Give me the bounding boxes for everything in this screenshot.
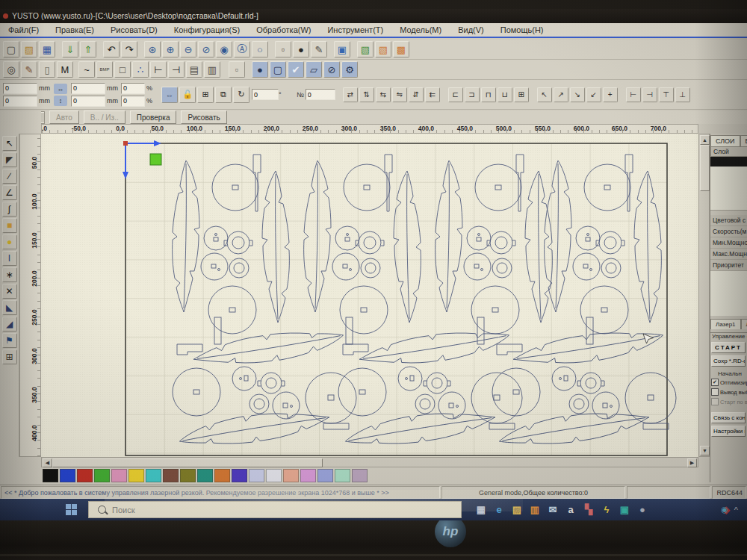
output-select-icon[interactable]: ▧ bbox=[375, 41, 391, 57]
tray-chevron-icon[interactable]: ^ bbox=[734, 505, 738, 514]
palette-swatch-salmon[interactable] bbox=[283, 469, 299, 482]
rotate-angle-icon[interactable]: ↻ bbox=[233, 87, 249, 103]
mirror-horizontal-icon[interactable]: ⇄ bbox=[343, 87, 358, 102]
copy-offset-icon[interactable]: ⧉ bbox=[215, 87, 232, 103]
mirror-horizontal-tool-icon[interactable]: ◢ bbox=[2, 317, 17, 332]
scroll-down-icon[interactable]: ▼ bbox=[700, 446, 710, 455]
select-tool-icon[interactable]: ↖ bbox=[2, 136, 17, 151]
save-icon[interactable]: ▦ bbox=[39, 41, 55, 57]
text-tool-icon[interactable]: I bbox=[2, 251, 17, 266]
settings-gear-icon[interactable]: ⚙ bbox=[341, 61, 358, 78]
amazon-icon[interactable]: a bbox=[562, 501, 580, 519]
tab-layers[interactable]: СЛОИ bbox=[710, 135, 740, 146]
align-right-icon[interactable]: ⊣ bbox=[642, 87, 657, 102]
align-left-icon[interactable]: ⊢ bbox=[626, 87, 641, 102]
new-file-icon[interactable]: ▢ bbox=[3, 41, 19, 57]
import-image-icon[interactable]: ⇓ bbox=[62, 41, 78, 57]
flip-icon[interactable]: ⇵ bbox=[409, 87, 424, 102]
optimize-checkbox[interactable]: ✔ bbox=[711, 379, 719, 386]
palette-swatch-periwinkle[interactable] bbox=[317, 469, 333, 482]
palette-swatch-indigo[interactable] bbox=[232, 469, 247, 482]
output-all-icon[interactable]: ▩ bbox=[393, 41, 409, 57]
palette-swatch-orchid[interactable] bbox=[300, 469, 316, 482]
mirror-vertical-tool-icon[interactable]: ◣ bbox=[2, 300, 17, 315]
palette-swatch-olive[interactable] bbox=[180, 469, 196, 482]
width-field[interactable] bbox=[71, 83, 105, 94]
save-rd-file-button[interactable]: Сохр *.RD-фай bbox=[711, 355, 746, 367]
skew-icon[interactable]: ▱ bbox=[306, 61, 322, 78]
menu-item[interactable]: Вид(V) bbox=[450, 25, 492, 34]
output-selected-checkbox[interactable] bbox=[711, 388, 719, 396]
task-view-icon[interactable]: ▦ bbox=[472, 501, 490, 519]
number-field[interactable] bbox=[306, 89, 335, 100]
file-explorer-icon[interactable]: ▨ bbox=[508, 501, 526, 519]
palette-swatch-blue[interactable] bbox=[60, 469, 75, 482]
tab-laser1[interactable]: Лазер1 bbox=[710, 319, 741, 329]
layer-row-selected[interactable] bbox=[710, 157, 747, 167]
vertical-scroll-thumb[interactable] bbox=[700, 145, 710, 191]
h-distance-icon[interactable]: ⊢ bbox=[150, 61, 167, 78]
in-out-button[interactable]: В.. / Из.. bbox=[84, 111, 125, 124]
vertical-scrollbar[interactable]: ▲ ▼ bbox=[698, 134, 710, 457]
menu-item[interactable]: Обработка(W) bbox=[248, 25, 319, 34]
zoom-in-icon[interactable]: ⊕ bbox=[162, 41, 179, 57]
palette-swatch-orange[interactable] bbox=[214, 469, 230, 482]
link-wh-icon[interactable]: ⇔ bbox=[161, 87, 178, 103]
space-equal-icon[interactable]: ⊔ bbox=[498, 87, 512, 102]
v-distance-icon[interactable]: ⊣ bbox=[168, 61, 185, 78]
cad-drawing[interactable] bbox=[41, 134, 698, 457]
teal-app-icon[interactable]: ▣ bbox=[616, 501, 633, 519]
document-icon[interactable]: ▥ bbox=[204, 61, 220, 78]
optimize-checkbox-row[interactable]: ✔ Оптимизиров bbox=[711, 378, 747, 387]
menu-item[interactable]: Рисовать(D) bbox=[102, 25, 166, 34]
controller-link-button[interactable]: Связь с контролл bbox=[711, 412, 746, 423]
array-copy-tool-icon[interactable]: ⊞ bbox=[2, 349, 17, 364]
menu-item[interactable]: Конфигурация(S) bbox=[166, 25, 248, 34]
start-button[interactable]: СТАРТ bbox=[711, 342, 746, 353]
start-button[interactable] bbox=[66, 504, 77, 515]
rotate-right-icon[interactable]: ⇋ bbox=[392, 87, 407, 102]
menu-item[interactable]: Помощь(Н) bbox=[492, 25, 552, 34]
palette-swatch-pale[interactable] bbox=[266, 469, 282, 482]
angle-field[interactable] bbox=[252, 89, 279, 100]
search-input[interactable] bbox=[111, 505, 338, 515]
align-top-right-icon[interactable]: ↗ bbox=[554, 87, 568, 102]
palette-swatch-pink[interactable] bbox=[111, 469, 127, 482]
horizontal-scrollbar[interactable]: ◀ ▶ bbox=[41, 457, 698, 467]
simulate-tool-icon[interactable]: ● bbox=[293, 41, 309, 57]
lightning-app-icon[interactable]: ϟ bbox=[598, 501, 616, 519]
zoom-window-icon[interactable]: ◉ bbox=[216, 41, 232, 57]
mirror-both-icon[interactable]: ⇇ bbox=[425, 87, 440, 102]
pos-y-field[interactable] bbox=[3, 96, 37, 107]
port-settings-button[interactable]: Настройки порта bbox=[711, 426, 746, 437]
array-align-icon[interactable]: ⊞ bbox=[514, 87, 529, 102]
same-height-icon[interactable]: ⊐ bbox=[465, 87, 480, 102]
pen-tool-icon[interactable]: ✎ bbox=[21, 61, 37, 78]
render-sphere-icon[interactable]: ● bbox=[252, 61, 268, 78]
pick-tool-icon[interactable]: ▫ bbox=[275, 41, 291, 57]
zoom-previous-icon[interactable]: ⊘ bbox=[198, 41, 214, 57]
menu-item[interactable]: Модель(M) bbox=[391, 25, 450, 34]
tab-laser2[interactable]: Лаз bbox=[741, 319, 747, 329]
palette-swatch-black[interactable] bbox=[43, 469, 58, 482]
zoom-pan-icon[interactable]: ⊛ bbox=[144, 41, 161, 57]
edge-icon[interactable]: e bbox=[490, 501, 508, 519]
auto-button[interactable]: Авто bbox=[49, 111, 79, 124]
drawing-area[interactable] bbox=[41, 134, 698, 457]
small-check-icon[interactable]: ▫ bbox=[229, 61, 245, 78]
check-button[interactable]: Проверка bbox=[130, 111, 177, 124]
flag-tool-icon[interactable]: ⚑ bbox=[2, 333, 17, 348]
mail-icon[interactable]: ✉ bbox=[544, 501, 562, 519]
scale-y-field[interactable] bbox=[121, 96, 145, 107]
menu-item[interactable]: Правка(E) bbox=[47, 25, 102, 34]
undo-icon[interactable]: ↶ bbox=[103, 41, 120, 57]
ellipse-tool-icon[interactable]: ● bbox=[2, 234, 17, 249]
grey-app-icon[interactable]: ● bbox=[633, 501, 651, 519]
rectangle-icon[interactable]: □ bbox=[114, 61, 131, 78]
node-edit-icon[interactable]: ∴ bbox=[132, 61, 149, 78]
zoom-select-icon[interactable]: ○ bbox=[252, 41, 268, 57]
scroll-right-icon[interactable]: ▶ bbox=[687, 458, 697, 467]
bmp-icon[interactable]: BMP bbox=[96, 61, 113, 78]
palette-swatch-red[interactable] bbox=[77, 469, 93, 482]
height-field[interactable] bbox=[71, 96, 105, 107]
